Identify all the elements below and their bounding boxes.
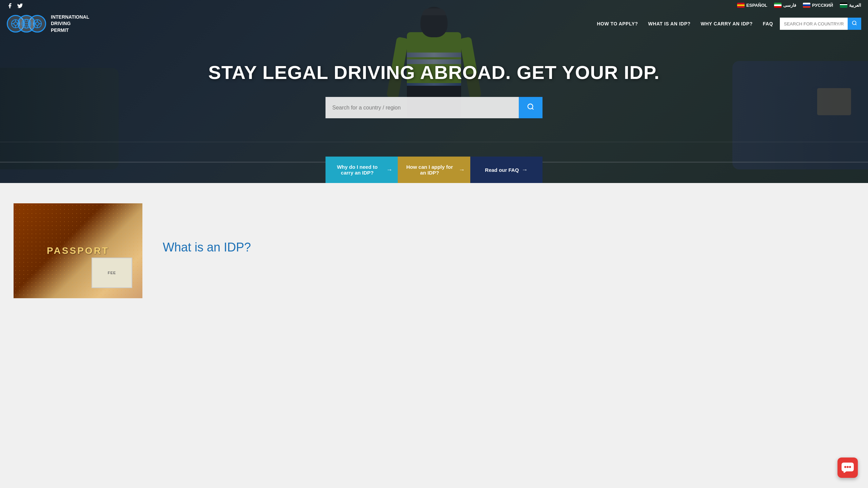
hero-search-input[interactable]: [326, 97, 519, 118]
lang-russian[interactable]: РУССКИЙ: [803, 3, 833, 8]
logo[interactable]: INTERNATIONAL DRIVING PERMIT: [7, 14, 89, 34]
cta-faq-button[interactable]: Read our FAQ →: [470, 157, 542, 183]
logo-line2: DRIVING: [51, 20, 89, 27]
passport-card: FEE: [92, 258, 132, 288]
logo-line1: INTERNATIONAL: [51, 14, 89, 21]
cta-why-carry-arrow: →: [386, 166, 392, 174]
svg-point-1: [14, 22, 17, 25]
what-is-idp-title: What is an IDP?: [163, 240, 854, 255]
lang-arabic[interactable]: العربية: [840, 3, 861, 8]
language-bar: ESPAÑOL فارسی РУССКИЙ العربية: [730, 0, 868, 11]
nav-what-is-idp[interactable]: WHAT IS AN IDP?: [648, 21, 691, 26]
main-nav: HOW TO APPLY? WHAT IS AN IDP? WHY CARRY …: [597, 21, 773, 26]
cta-faq-label: Read our FAQ: [485, 167, 519, 173]
svg-point-19: [528, 104, 533, 109]
flag-ir: [774, 3, 782, 8]
nav-faq[interactable]: FAQ: [763, 21, 773, 26]
cta-why-carry-label: Why do I need to carry an IDP?: [331, 164, 383, 176]
hero-search-box: [326, 97, 542, 118]
nav-search-input[interactable]: [780, 19, 848, 29]
svg-point-17: [852, 21, 856, 25]
what-is-idp-section: What is an IDP?: [163, 203, 854, 298]
flag-ar: [840, 3, 847, 8]
nav-search-box: [780, 18, 861, 30]
nav-search-button[interactable]: [848, 18, 861, 30]
lang-label-fa: فارسی: [783, 3, 796, 8]
hero-title: STAY LEGAL DRIVING ABROAD. GET YOUR IDP.: [208, 61, 659, 83]
passport-card-text: FEE: [108, 271, 116, 275]
passport-label: PASSPORT: [47, 245, 109, 256]
facebook-icon[interactable]: [7, 3, 13, 11]
lang-farsi[interactable]: فارسی: [774, 3, 796, 8]
social-bar: [7, 3, 23, 11]
lang-label-ar: العربية: [849, 3, 861, 8]
cta-faq-arrow: →: [521, 166, 528, 174]
flag-es: [737, 3, 745, 8]
logo-icons: [7, 14, 47, 34]
svg-line-20: [532, 108, 533, 109]
lang-label-es: ESPAÑOL: [746, 3, 767, 8]
logo-icon-center: [18, 15, 35, 33]
svg-point-12: [36, 22, 39, 25]
nav-how-to-apply[interactable]: HOW TO APPLY?: [597, 21, 638, 26]
cta-how-apply-button[interactable]: How can I apply for an IDP? →: [398, 157, 470, 183]
logo-line3: PERMIT: [51, 27, 89, 34]
hero-search-button[interactable]: [519, 97, 542, 118]
lang-label-ru: РУССКИЙ: [812, 3, 833, 8]
passport-image: PASSPORT FEE: [14, 203, 142, 298]
below-hero-section: PASSPORT FEE What is an IDP?: [0, 183, 868, 319]
cta-how-apply-arrow: →: [459, 166, 465, 174]
svg-line-18: [855, 24, 856, 25]
lang-español[interactable]: ESPAÑOL: [737, 3, 767, 8]
header: INTERNATIONAL DRIVING PERMIT HOW TO APPL…: [0, 14, 868, 34]
nav-why-carry[interactable]: WHY CARRY AN IDP?: [701, 21, 753, 26]
flag-ru: [803, 3, 810, 8]
twitter-icon[interactable]: [17, 3, 23, 11]
logo-text: INTERNATIONAL DRIVING PERMIT: [51, 14, 89, 34]
cta-why-carry-button[interactable]: Why do I need to carry an IDP? →: [326, 157, 398, 183]
cta-how-apply-label: How can I apply for an IDP?: [403, 164, 456, 176]
cta-row: Why do I need to carry an IDP? → How can…: [326, 157, 542, 183]
